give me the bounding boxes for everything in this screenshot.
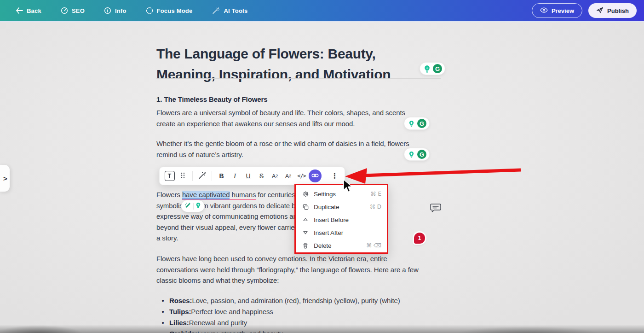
ai-write-button[interactable]	[196, 169, 208, 182]
magic-wand-icon	[212, 6, 220, 15]
paragraph-2[interactable]: Whether it’s the gentle bloom of a rose …	[156, 138, 409, 160]
back-arrow-icon	[16, 7, 23, 14]
text-style-button[interactable]: T	[163, 169, 176, 182]
paper-plane-icon	[596, 6, 604, 15]
list-item: •Roses: Love, passion, and admiration (r…	[156, 295, 400, 306]
paragraph-1-line-2: create an experience that awakens our se…	[156, 118, 405, 129]
block-context-menu: Settings ⌘ E Duplicate ⌘ D Insert Before…	[294, 184, 388, 254]
insert-before-icon	[302, 216, 309, 223]
info-label: Info	[115, 7, 126, 14]
topbar-right-group: Preview Publish	[532, 3, 644, 18]
grammarly-underlined-phrase[interactable]: have captivated humans	[182, 191, 256, 200]
text-format-toolbar: T B I U S A2 A2 </> ⋮	[159, 167, 345, 185]
preview-label: Preview	[552, 7, 574, 14]
menu-item-shortcut: ⌘ ⌫	[366, 242, 381, 249]
publish-button[interactable]: Publish	[588, 3, 637, 18]
link-button[interactable]	[309, 169, 322, 182]
menu-item-shortcut: ⌘ E	[371, 191, 381, 197]
more-options-button[interactable]: ⋮	[328, 169, 341, 182]
list-item: •Orchids: Luxury, strength, and beauty	[156, 328, 400, 333]
back-button[interactable]: Back	[16, 7, 41, 14]
code-button[interactable]: </>	[295, 169, 308, 182]
info-icon	[104, 7, 111, 14]
menu-item-label: Settings	[314, 191, 336, 198]
seo-button[interactable]: SEO	[61, 7, 85, 14]
superscript-button[interactable]: A2	[269, 169, 281, 182]
menu-item-duplicate[interactable]: Duplicate ⌘ D	[296, 200, 387, 213]
underline-button[interactable]: U	[242, 169, 254, 182]
duplicate-icon	[302, 204, 309, 210]
delete-trash-icon	[302, 242, 309, 249]
focus-mode-button[interactable]: Focus Mode	[146, 7, 193, 14]
grammarly-alert-count-badge[interactable]: 1	[414, 233, 425, 244]
strikethrough-button[interactable]: S	[255, 169, 268, 182]
symbolism-bullet-list[interactable]: •Roses: Love, passion, and admiration (r…	[156, 295, 400, 333]
paragraph-1-line-1: Flowers are a universal symbol of beauty…	[156, 107, 405, 118]
drag-dots-icon	[180, 172, 185, 180]
info-button[interactable]: Info	[104, 7, 126, 14]
paragraph-4[interactable]: Flowers have long been used to convey em…	[156, 253, 419, 286]
bullet-marker: •	[156, 306, 169, 317]
sidebar-expand-toggle[interactable]: >	[0, 165, 10, 192]
grammarly-suggestion-pill[interactable]	[181, 200, 204, 212]
menu-item-label: Delete	[314, 242, 331, 249]
bold-button[interactable]: B	[215, 169, 228, 182]
menu-item-label: Insert After	[314, 229, 343, 236]
menu-item-label: Duplicate	[314, 204, 339, 210]
suggestion-bulb-icon	[407, 150, 415, 158]
topbar-left-group: Back SEO Info Focus Mode	[0, 6, 247, 15]
preview-button[interactable]: Preview	[532, 3, 582, 18]
grammarly-badge-paragraph-2[interactable]: G	[404, 148, 430, 161]
suggestion-bulb-icon	[407, 119, 415, 128]
edit-pencil-icon	[184, 202, 191, 210]
annotation-red-arrow	[339, 164, 523, 186]
section-heading[interactable]: 1. The Timeless Beauty of Flowers	[156, 95, 268, 103]
focus-mode-icon	[146, 7, 153, 14]
paragraph-2-line-1: Whether it’s the gentle bloom of a rose …	[156, 138, 409, 149]
paragraph-4-line-3: classic blooms and what they symbolize:	[156, 275, 419, 286]
suggestion-bulb-icon	[196, 202, 201, 210]
menu-item-insert-before[interactable]: Insert Before	[296, 213, 387, 226]
paragraph-2-line-2: remind us of nature’s artistry.	[156, 149, 409, 160]
toolbar-divider	[212, 171, 212, 181]
focus-mode-label: Focus Mode	[157, 7, 193, 14]
list-item: •Lilies: Renewal and purity	[156, 317, 400, 328]
editor-topbar: Back SEO Info Focus Mode	[0, 0, 644, 22]
subscript-button[interactable]: A2	[282, 169, 294, 182]
menu-item-settings[interactable]: Settings ⌘ E	[296, 187, 387, 200]
grammarly-g-icon: G	[433, 64, 442, 73]
italic-button[interactable]: I	[229, 169, 241, 182]
text-style-icon: T	[165, 171, 175, 181]
toolbar-divider	[192, 171, 193, 181]
grammarly-badge-title[interactable]: G	[420, 62, 445, 75]
chevron-right-icon: >	[3, 175, 7, 182]
insert-after-icon	[302, 229, 309, 236]
menu-item-delete[interactable]: Delete ⌘ ⌫	[296, 239, 387, 252]
drag-handle[interactable]	[177, 169, 189, 182]
paragraph-4-line-1: Flowers have long been used to convey em…	[156, 253, 419, 264]
grammarly-g-icon: G	[417, 119, 426, 128]
pill-divider	[193, 203, 194, 210]
ai-tools-button[interactable]: AI Tools	[212, 6, 247, 15]
bullet-marker: •	[156, 328, 169, 333]
back-label: Back	[27, 7, 41, 14]
editor-screen: Back SEO Info Focus Mode	[0, 0, 644, 333]
seo-label: SEO	[72, 7, 85, 14]
selected-text[interactable]: have captivated	[182, 191, 230, 199]
toolbar-divider	[325, 171, 325, 181]
chain-link-icon	[311, 173, 319, 180]
title-divider	[156, 78, 441, 79]
suggestion-bulb-icon	[423, 64, 431, 73]
list-item: •Tulips: Perfect love and happiness	[156, 306, 400, 317]
comment-bubble-icon[interactable]	[430, 203, 442, 216]
seo-gauge-icon	[61, 7, 68, 14]
magic-wand-icon	[198, 171, 207, 181]
menu-item-label: Insert Before	[314, 216, 349, 223]
grammarly-badge-paragraph-1[interactable]: G	[404, 117, 430, 130]
bullet-marker: •	[156, 317, 169, 328]
paragraph-4-line-2: conversations were held through “floriog…	[156, 264, 419, 275]
ai-tools-label: AI Tools	[224, 7, 247, 14]
paragraph-1[interactable]: Flowers are a universal symbol of beauty…	[156, 107, 405, 129]
menu-item-insert-after[interactable]: Insert After	[296, 226, 387, 239]
page-title-line-2: Meaning, Inspiration, and Motivation	[156, 64, 391, 85]
